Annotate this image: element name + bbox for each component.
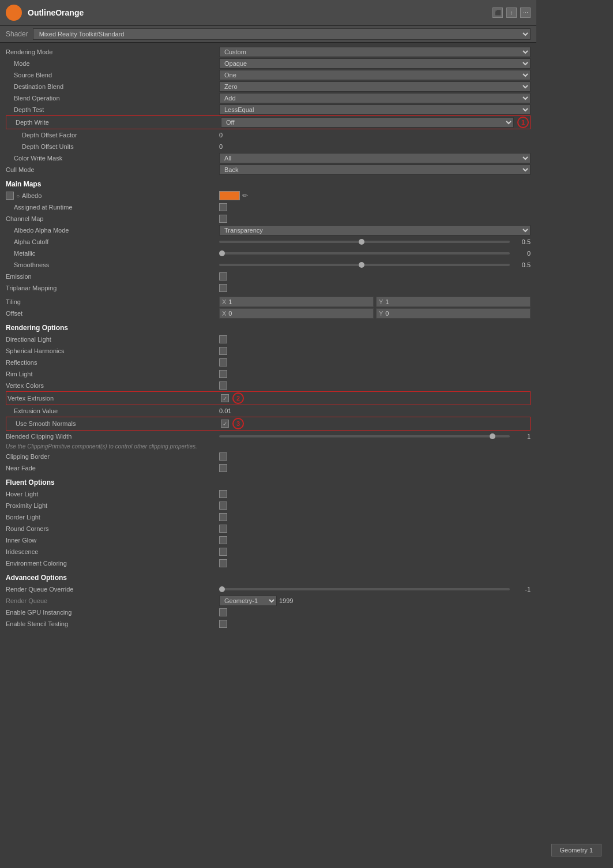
smoothness-thumb[interactable] (359, 262, 364, 268)
iridescence-checkbox[interactable] (219, 548, 227, 556)
directional-light-checkbox[interactable] (219, 335, 227, 343)
fluent-options-title: Fluent Options (6, 474, 531, 488)
proximity-light-label: Proximity Light (6, 502, 219, 509)
enable-gpu-checkbox[interactable] (219, 608, 227, 616)
blended-clipping-thumb[interactable] (490, 433, 495, 439)
shader-label: Shader (6, 30, 28, 38)
source-blend-row: Source Blend One (6, 69, 531, 81)
albedo-checkbox[interactable] (6, 192, 14, 200)
vertex-extrusion-checkbox[interactable] (221, 394, 229, 402)
blended-clipping-value: 1 (513, 433, 531, 440)
offset-y-value: 0 (385, 310, 389, 317)
source-blend-label: Source Blend (6, 72, 219, 78)
cull-mode-dropdown[interactable]: Back (219, 164, 531, 175)
cull-mode-label: Cull Mode (6, 166, 219, 173)
metallic-thumb[interactable] (219, 250, 225, 256)
mode-row: Mode Opaque (6, 58, 531, 69)
near-fade-checkbox[interactable] (219, 464, 227, 472)
assigned-runtime-row: Assigned at Runtime (6, 201, 531, 213)
depth-write-label: Depth Write (7, 119, 221, 126)
albedo-alpha-row: Albedo Alpha Mode Transparency (6, 225, 531, 236)
rendering-mode-row: Rendering Mode Custom (6, 46, 531, 58)
blend-op-row: Blend Operation Add (6, 92, 531, 104)
shader-dropdown[interactable]: Mixed Reality Toolkit/Standard (33, 28, 531, 40)
tiling-x-value: 1 (228, 298, 232, 305)
hover-light-label: Hover Light (6, 491, 219, 497)
offset-y-label: Y (379, 310, 383, 317)
triplanar-row: Triplanar Mapping (6, 282, 531, 294)
shader-row: Shader Mixed Reality Toolkit/Standard (0, 26, 536, 43)
render-queue-override-value: -1 (513, 586, 531, 593)
inner-glow-checkbox[interactable] (219, 536, 227, 544)
extrusion-value: 0.01 (219, 407, 231, 414)
offset-x-value: 0 (228, 310, 232, 317)
use-smooth-normals-checkbox[interactable] (221, 420, 229, 428)
spherical-harmonics-checkbox[interactable] (219, 347, 227, 355)
enable-gpu-row: Enable GPU Instancing (6, 607, 531, 618)
border-light-checkbox[interactable] (219, 513, 227, 521)
depth-offset-units-label: Depth Offset Units (6, 143, 219, 150)
alpha-cutoff-row: Alpha Cutoff 0.5 (6, 236, 531, 248)
vertex-colors-label: Vertex Colors (6, 382, 219, 389)
render-queue-row: Render Queue Geometry-1 1999 (6, 595, 531, 607)
dest-blend-dropdown[interactable]: Zero (219, 81, 531, 92)
offset-y-field[interactable]: Y 0 (376, 308, 531, 319)
border-light-row: Border Light (6, 511, 531, 523)
render-queue-value: 1999 (279, 597, 293, 604)
rim-light-checkbox[interactable] (219, 370, 227, 378)
depth-write-dropdown[interactable]: Off (221, 117, 514, 128)
tiling-row: Tiling X 1 Y 1 (6, 296, 531, 308)
enable-stencil-row: Enable Stencil Testing (6, 618, 531, 630)
use-smooth-normals-row: Use Smooth Normals 3 (6, 417, 531, 431)
triplanar-checkbox[interactable] (219, 284, 227, 292)
rendering-options-title: Rendering Options (6, 319, 531, 334)
iridescence-label: Iridescence (6, 548, 219, 555)
metallic-value: 0 (513, 250, 531, 257)
source-blend-dropdown[interactable]: One (219, 70, 531, 80)
rim-light-label: Rim Light (6, 371, 219, 377)
channel-map-checkbox[interactable] (219, 215, 227, 223)
render-queue-override-thumb[interactable] (219, 586, 225, 592)
offset-x-field[interactable]: X 0 (219, 308, 374, 319)
reflections-checkbox[interactable] (219, 358, 227, 366)
rendering-mode-dropdown[interactable]: Custom (219, 47, 531, 57)
vertex-colors-checkbox[interactable] (219, 381, 227, 390)
assigned-runtime-label: Assigned at Runtime (6, 204, 219, 211)
reflections-row: Reflections (6, 357, 531, 368)
depth-test-row: Depth Test LessEqual (6, 104, 531, 115)
enable-stencil-checkbox[interactable] (219, 620, 227, 628)
icon-btn-1[interactable]: ⬛ (492, 8, 503, 18)
environment-coloring-checkbox[interactable] (219, 559, 227, 567)
round-corners-label: Round Corners (6, 525, 219, 532)
albedo-alpha-dropdown[interactable]: Transparency (219, 225, 531, 235)
header-title: OutlineOrange (28, 8, 487, 17)
alpha-cutoff-thumb[interactable] (359, 239, 364, 245)
render-queue-dropdown[interactable]: Geometry-1 (219, 596, 277, 606)
dest-blend-label: Destination Blend (6, 83, 219, 90)
clipping-border-checkbox[interactable] (219, 452, 227, 461)
main-maps-title: Main Maps (6, 175, 531, 190)
clipping-border-row: Clipping Border (6, 451, 531, 462)
albedo-label: Albedo (22, 192, 42, 199)
alpha-cutoff-label: Alpha Cutoff (6, 238, 219, 245)
emission-row: Emission (6, 271, 531, 282)
icon-btn-3[interactable]: ⋯ (520, 8, 531, 18)
blend-op-dropdown[interactable]: Add (219, 93, 531, 103)
hover-light-row: Hover Light (6, 488, 531, 500)
assigned-runtime-checkbox[interactable] (219, 203, 227, 211)
albedo-swatch[interactable] (219, 191, 240, 200)
pencil-icon[interactable]: ✏ (242, 192, 248, 200)
tiling-x-field[interactable]: X 1 (219, 297, 374, 307)
proximity-light-checkbox[interactable] (219, 502, 227, 510)
spherical-harmonics-row: Spherical Harmonics (6, 345, 531, 357)
color-write-mask-dropdown[interactable]: All (219, 153, 531, 163)
hover-light-checkbox[interactable] (219, 490, 227, 498)
round-corners-checkbox[interactable] (219, 525, 227, 533)
tiling-y-field[interactable]: Y 1 (376, 297, 531, 307)
icon-btn-2[interactable]: ↕ (506, 8, 517, 18)
metallic-row: Metallic 0 (6, 248, 531, 259)
mode-dropdown[interactable]: Opaque (219, 58, 531, 69)
depth-test-dropdown[interactable]: LessEqual (219, 104, 531, 115)
header-icon (6, 5, 22, 21)
emission-checkbox[interactable] (219, 272, 227, 280)
